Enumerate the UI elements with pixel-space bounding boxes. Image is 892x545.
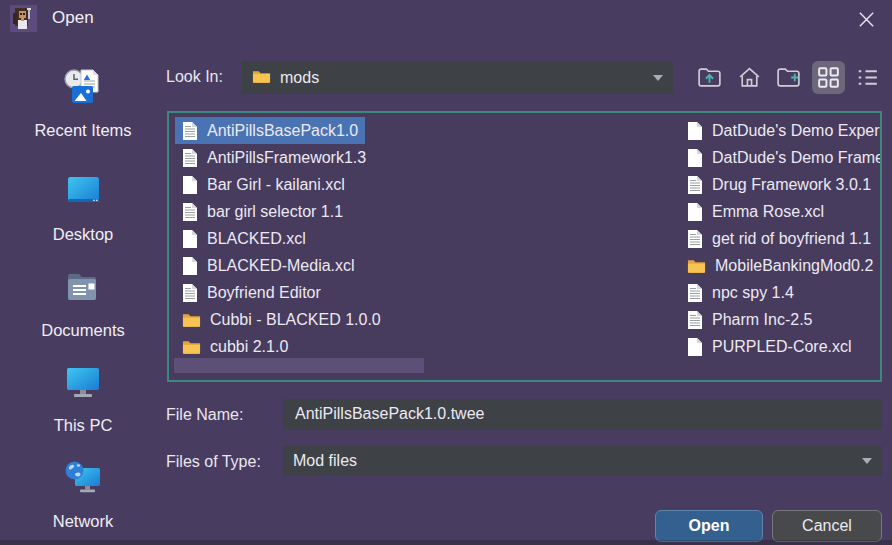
text-file-icon: [182, 121, 198, 141]
file-item[interactable]: Drug Framework 3.0.1: [680, 171, 878, 198]
open-dialog: Open Recent ItemsDesktopDocumentsThis PC…: [0, 0, 892, 545]
recent-items-icon: [60, 66, 106, 114]
file-item-label: Emma Rose.xcl: [712, 203, 824, 221]
folder-new-icon: [775, 64, 802, 91]
desktop-icon: [61, 170, 105, 218]
toolbar: [693, 61, 884, 94]
file-icon: [182, 256, 198, 276]
file-item[interactable]: DatDude's Demo Experience: [680, 117, 882, 144]
file-item-label: AntiPillsFramework1.3: [207, 149, 366, 167]
grid-icon: [815, 64, 842, 91]
file-item-label: MobileBankingMod0.2: [715, 257, 873, 275]
file-icon: [687, 202, 703, 222]
file-item[interactable]: MobileBankingMod0.2: [680, 252, 880, 279]
file-item[interactable]: Pharm Inc-2.5: [680, 306, 819, 333]
horizontal-scrollbar-thumb[interactable]: [174, 358, 424, 373]
sidebar-item-label: Recent Items: [34, 121, 131, 140]
file-item-label: Pharm Inc-2.5: [712, 311, 812, 329]
chevron-down-icon: [653, 75, 663, 81]
documents-icon: [61, 266, 105, 314]
file-item[interactable]: Cubbi - BLACKED 1.0.0: [175, 306, 388, 333]
sidebar-item-label: Documents: [41, 321, 124, 340]
look-in-value: mods: [280, 69, 319, 87]
file-item[interactable]: cubbi 2.1.0: [175, 333, 295, 360]
list-view-button[interactable]: [851, 61, 884, 94]
file-item[interactable]: Bar Girl - kailani.xcl: [175, 171, 352, 198]
folder-icon: [252, 68, 271, 88]
file-item[interactable]: bar girl selector 1.1: [175, 198, 350, 225]
files-of-type-value: Mod files: [293, 452, 357, 470]
file-name-label: File Name:: [166, 406, 243, 424]
file-icon: [687, 121, 703, 141]
file-icon: [687, 337, 703, 357]
file-name-input[interactable]: [283, 399, 882, 429]
file-item[interactable]: AntiPillsBasePack1.0: [175, 117, 365, 144]
window-title: Open: [52, 8, 94, 28]
file-item[interactable]: get rid of boyfriend 1.1: [680, 225, 878, 252]
cancel-button[interactable]: Cancel: [772, 510, 882, 542]
text-file-icon: [687, 229, 703, 249]
look-in-combo[interactable]: mods: [242, 61, 673, 94]
file-item[interactable]: npc spy 1.4: [680, 279, 801, 306]
text-file-icon: [687, 283, 703, 303]
sidebar-item-label: Network: [53, 512, 114, 531]
list-icon: [854, 64, 881, 91]
file-item-label: DatDude's Demo Experience: [712, 122, 882, 140]
file-item-label: Boyfriend Editor: [207, 284, 321, 302]
file-item-label: Cubbi - BLACKED 1.0.0: [210, 311, 381, 329]
app-avatar-icon: [10, 5, 37, 32]
folder-up-icon: [696, 64, 723, 91]
text-file-icon: [182, 283, 198, 303]
up-one-level-button[interactable]: [693, 61, 726, 94]
file-item[interactable]: DatDude's Demo Framework: [680, 144, 882, 171]
look-in-label: Look In:: [166, 68, 223, 86]
open-button[interactable]: Open: [655, 510, 763, 542]
sidebar-item-desktop[interactable]: Desktop: [0, 170, 166, 244]
sidebar-item-label: This PC: [54, 416, 113, 435]
file-item[interactable]: AntiPillsFramework1.3: [175, 144, 373, 171]
file-item-label: Bar Girl - kailani.xcl: [207, 176, 345, 194]
network-icon: [61, 457, 105, 505]
file-item[interactable]: Emma Rose.xcl: [680, 198, 831, 225]
file-list[interactable]: AntiPillsBasePack1.0AntiPillsFramework1.…: [167, 111, 882, 382]
file-item-label: get rid of boyfriend 1.1: [712, 230, 871, 248]
sidebar-item-network[interactable]: Network: [0, 457, 166, 531]
file-item[interactable]: BLACKED.xcl: [175, 225, 313, 252]
file-icon: [182, 175, 198, 195]
file-item-label: DatDude's Demo Framework: [712, 149, 882, 167]
file-item-label: AntiPillsBasePack1.0: [207, 122, 358, 140]
folder-icon: [182, 339, 201, 355]
file-item-label: bar girl selector 1.1: [207, 203, 343, 221]
files-of-type-label: Files of Type:: [166, 453, 261, 471]
this-pc-icon: [61, 361, 105, 409]
text-file-icon: [182, 148, 198, 168]
file-icon: [687, 148, 703, 168]
files-of-type-combo[interactable]: Mod files: [283, 446, 882, 476]
file-item[interactable]: PURPLED-Core.xcl: [680, 333, 859, 360]
sidebar-item-recent-items[interactable]: Recent Items: [0, 66, 166, 140]
file-icon: [182, 229, 198, 249]
file-item-label: Drug Framework 3.0.1: [712, 176, 871, 194]
file-item-label: cubbi 2.1.0: [210, 338, 288, 356]
file-item[interactable]: Boyfriend Editor: [175, 279, 328, 306]
file-column-left: AntiPillsBasePack1.0AntiPillsFramework1.…: [175, 117, 388, 360]
chevron-down-icon: [862, 458, 872, 464]
file-item-label: BLACKED-Media.xcl: [207, 257, 355, 275]
text-file-icon: [687, 310, 703, 330]
text-file-icon: [182, 202, 198, 222]
home-button[interactable]: [733, 61, 766, 94]
file-item-label: npc spy 1.4: [712, 284, 794, 302]
text-file-icon: [687, 175, 703, 195]
folder-icon: [687, 258, 706, 274]
file-item-label: PURPLED-Core.xcl: [712, 338, 852, 356]
file-column-right: DatDude's Demo ExperienceDatDude's Demo …: [680, 117, 882, 360]
sidebar-item-label: Desktop: [53, 225, 114, 244]
file-item-label: BLACKED.xcl: [207, 230, 306, 248]
grid-view-button[interactable]: [812, 61, 845, 94]
close-icon[interactable]: [854, 7, 878, 31]
home-icon: [736, 64, 763, 91]
sidebar-item-documents[interactable]: Documents: [0, 266, 166, 340]
file-item[interactable]: BLACKED-Media.xcl: [175, 252, 362, 279]
sidebar-item-this-pc[interactable]: This PC: [0, 361, 166, 435]
new-folder-button[interactable]: [772, 61, 805, 94]
